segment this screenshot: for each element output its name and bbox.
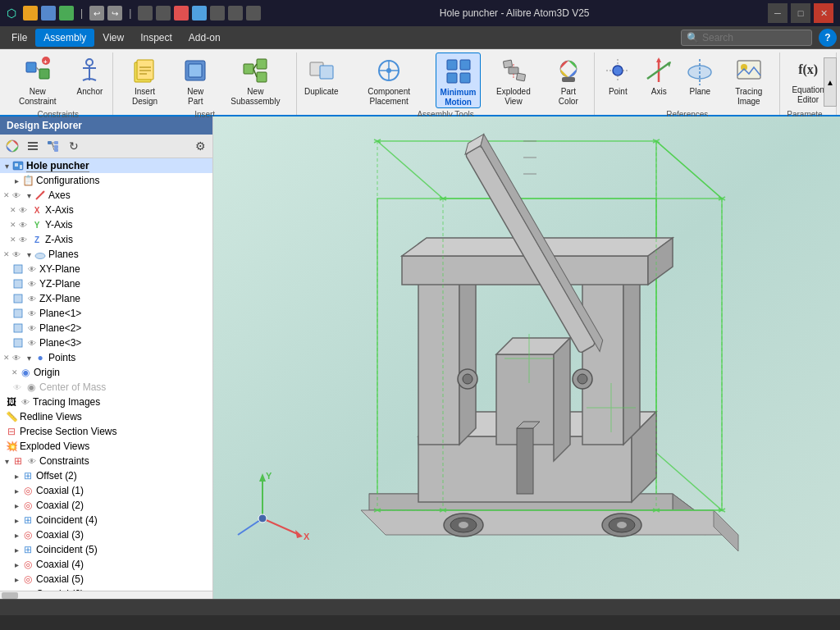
new-icon[interactable] xyxy=(23,6,38,21)
plane3-eye: 👁 xyxy=(26,337,38,349)
quick-access-5[interactable] xyxy=(210,6,225,21)
point-button[interactable]: Point xyxy=(598,52,637,108)
quick-access-1[interactable] xyxy=(138,6,153,21)
tree-plane3[interactable]: 👁 Plane<3> xyxy=(0,336,212,350)
axis-button[interactable]: Axis xyxy=(639,52,678,108)
menu-assembly[interactable]: Assembly xyxy=(35,29,94,47)
new-part-icon xyxy=(180,56,210,85)
tree-redline-views[interactable]: 📏 Redline Views xyxy=(0,409,212,424)
tree-points[interactable]: ✕ 👁 ▾ ● Points xyxy=(0,350,212,365)
tracing-image-icon xyxy=(734,56,764,85)
titlebar: ⬡ | ↩ ↪ | Hole puncher - Alibre Atom3D V… xyxy=(0,0,840,26)
tree-coaxial-1[interactable]: ▸ ◎ Coaxial (1) xyxy=(0,483,212,498)
tree-coaxial-5[interactable]: ▸ ◎ Coaxial (5) xyxy=(0,572,212,587)
exploded-view-button[interactable]: Exploded View xyxy=(482,52,544,108)
save-icon[interactable] xyxy=(59,6,74,21)
quick-access-3[interactable] xyxy=(174,6,189,21)
tree-axes[interactable]: ✕ 👁 ▾ Axes xyxy=(0,188,212,203)
tree-coaxial-2[interactable]: ▸ ◎ Coaxial (2) xyxy=(0,498,212,513)
scrollbar-container xyxy=(0,591,212,599)
new-part-button[interactable]: New Part xyxy=(175,52,217,108)
tree-zx-plane[interactable]: 👁 ZX-Plane xyxy=(0,291,212,306)
anchor-button[interactable]: Anchor xyxy=(70,52,109,108)
part-color-button[interactable]: Part Color xyxy=(546,52,591,108)
list-view-button[interactable] xyxy=(24,137,42,155)
minimum-motion-button[interactable]: MinimumMotion xyxy=(436,52,482,108)
redo-icon[interactable]: ↪ xyxy=(107,6,122,21)
new-constraint-button[interactable]: + New Constraint xyxy=(7,52,68,108)
tree-planes[interactable]: ✕ 👁 ▾ Planes xyxy=(0,247,212,262)
menu-inspect[interactable]: Inspect xyxy=(132,29,180,47)
tree-tracing-images[interactable]: 🖼 👁 Tracing Images xyxy=(0,395,212,409)
tree-precise-section-views[interactable]: ⊟ Precise Section Views xyxy=(0,424,212,439)
quick-access-4[interactable] xyxy=(192,6,207,21)
point-icon xyxy=(603,56,632,85)
points-icon: ● xyxy=(34,351,47,364)
tree-yz-plane[interactable]: 👁 YZ-Plane xyxy=(0,276,212,291)
quick-access-7[interactable] xyxy=(246,6,261,21)
coincident5-icon: ⊞ xyxy=(21,543,34,556)
part-color-label: Part Color xyxy=(550,87,586,107)
menu-addon[interactable]: Add-on xyxy=(180,29,229,47)
insert-design-button[interactable]: Insert Design xyxy=(116,52,172,108)
tree-coaxial-4[interactable]: ▸ ◎ Coaxial (4) xyxy=(0,557,212,572)
sync-button[interactable]: ↻ xyxy=(65,137,83,155)
minimize-button[interactable]: ─ xyxy=(768,3,788,23)
svg-rect-71 xyxy=(14,324,22,332)
anchor-icon xyxy=(75,56,104,85)
tree-coincident-4[interactable]: ▸ ⊞ Coincident (4) xyxy=(0,513,212,527)
tree-x-axis[interactable]: ✕ 👁 X X-Axis xyxy=(0,203,212,217)
3d-viewport-svg: Y X xyxy=(213,116,840,599)
tree-center-of-mass[interactable]: 👁 ◉ Center of Mass xyxy=(0,380,212,395)
svg-rect-21 xyxy=(320,66,333,79)
horizontal-scrollbar-thumb[interactable] xyxy=(2,592,18,599)
tree-y-axis[interactable]: ✕ 👁 Y Y-Axis xyxy=(0,217,212,232)
tracing-image-label: Tracing Image xyxy=(726,87,771,107)
zx-plane-eye: 👁 xyxy=(26,293,38,304)
svg-rect-62 xyxy=(15,163,18,167)
tree-plane2[interactable]: 👁 Plane<2> xyxy=(0,321,212,336)
axis-label: Axis xyxy=(651,87,667,97)
menu-view[interactable]: View xyxy=(94,29,132,47)
tree-xy-plane[interactable]: 👁 XY-Plane xyxy=(0,262,212,276)
svg-point-5 xyxy=(86,59,93,66)
tree-coincident-5[interactable]: ▸ ⊞ Coincident (5) xyxy=(0,542,212,557)
component-placement-button[interactable]: Component Placement xyxy=(345,52,434,108)
color-wheel-button[interactable] xyxy=(3,137,21,155)
coaxial3-label: Coaxial (3) xyxy=(36,529,84,541)
tree-coaxial-3[interactable]: ▸ ◎ Coaxial (3) xyxy=(0,527,212,542)
settings-button[interactable]: ⚙ xyxy=(191,137,209,155)
component-placement-label: Component Placement xyxy=(349,87,429,107)
constraints-group-arrow: ▾ xyxy=(2,457,11,466)
svg-rect-14 xyxy=(189,64,202,77)
xaxis-icon: X xyxy=(30,203,43,217)
tree-offset-2[interactable]: ▸ ⊞ Offset (2) xyxy=(0,468,212,483)
maximize-button[interactable]: □ xyxy=(791,3,810,23)
tree-root[interactable]: ▾ Hole puncher xyxy=(0,158,212,173)
search-box[interactable]: 🔍 xyxy=(681,30,812,46)
tree-view-button[interactable] xyxy=(44,137,62,155)
tree-constraints-group[interactable]: ▾ ⊞ 👁 Constraints xyxy=(0,454,212,468)
plane-button[interactable]: Plane xyxy=(680,52,719,108)
close-button[interactable]: ✕ xyxy=(814,3,833,23)
main-area: Design Explorer ↻ ⚙ ▾ Hole pun xyxy=(0,116,840,599)
ribbon-collapse-button[interactable]: ▲ xyxy=(824,57,837,107)
new-subassembly-button[interactable]: New Subassembly xyxy=(218,52,293,108)
tracing-image-button[interactable]: Tracing Image xyxy=(721,52,776,108)
duplicate-button[interactable]: Duplicate xyxy=(300,52,343,108)
open-icon[interactable] xyxy=(41,6,56,21)
undo-icon[interactable]: ↩ xyxy=(89,6,104,21)
svg-rect-26 xyxy=(447,60,457,70)
tree-plane1[interactable]: 👁 Plane<1> xyxy=(0,306,212,321)
search-input[interactable] xyxy=(702,32,801,43)
quick-access-2[interactable] xyxy=(156,6,171,21)
tree-z-axis[interactable]: ✕ 👁 Z Z-Axis xyxy=(0,232,212,247)
planes-eye-icon: 👁 xyxy=(11,249,22,260)
tree-origin[interactable]: ✕ ◉ Origin xyxy=(0,365,212,380)
tree-configurations[interactable]: ▸ 📋 Configurations xyxy=(0,173,212,188)
quick-access-6[interactable] xyxy=(228,6,243,21)
tree-exploded-views[interactable]: 💥 Exploded Views xyxy=(0,439,212,454)
viewport[interactable]: Y X xyxy=(213,116,840,599)
menu-file[interactable]: File xyxy=(3,29,35,47)
help-button[interactable]: ? xyxy=(819,29,837,47)
